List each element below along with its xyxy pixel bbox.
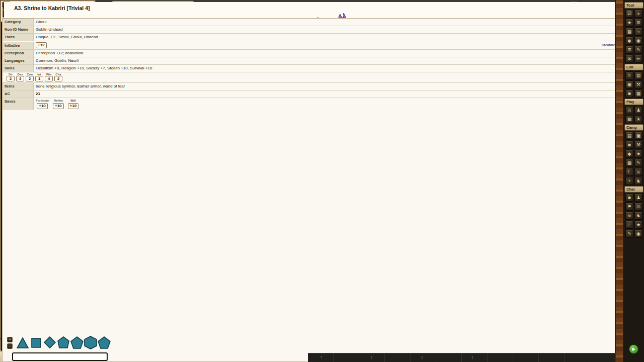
perception-value[interactable]: Perception +12; darkvision [34,50,638,57]
lighting-icon[interactable]: ☼ [634,28,642,36]
hotkey-slot[interactable] [334,353,359,362]
d4-die[interactable] [16,336,29,351]
vehicles-icon[interactable]: ♞ [634,177,642,185]
sidebar-section-library[interactable]: Libr [624,64,643,70]
sidebar-section-tool[interactable]: Tool [624,2,643,9]
d8-die[interactable] [43,336,56,351]
hotkey-slot[interactable] [436,353,462,362]
campaign-npcs-icon[interactable]: ☻ [625,141,633,149]
encounters-icon[interactable]: ⚔ [634,168,642,176]
d12-die[interactable] [70,336,84,351]
d10-die[interactable] [57,336,70,351]
ability-scores: Str2Dex4Con2Int1Wis4Cha2 [3,72,638,82]
notes-icon[interactable]: ✎ [634,46,642,54]
campaign-images-icon[interactable]: ▣ [634,132,642,140]
reputation-icon[interactable]: ⚖ [634,203,642,211]
saves-label: Saves [3,98,34,110]
mail-icon[interactable]: ✉ [625,55,633,63]
npcs-icon[interactable]: ☻ [625,89,633,98]
ability-score[interactable]: Str2 [7,73,15,81]
ability-score[interactable]: Wis4 [45,73,53,81]
quests-icon[interactable]: ★ [634,115,642,123]
hotkey-slot[interactable] [488,353,513,362]
hotkey-slot[interactable] [513,353,539,362]
skills-value[interactable]: Occultism +9, Religion +10, Society +7, … [34,65,638,72]
story-window-title: A3. Shrine to Kabriri [Trivial 4] [14,5,629,11]
hotkey-slot[interactable] [411,353,436,362]
parcels-icon[interactable]: ◆ [625,150,633,158]
bio-icon[interactable]: ✎ [625,230,633,238]
hotkey-slot[interactable] [590,353,616,362]
maps-icon[interactable]: ▩ [625,115,633,123]
d6-die[interactable] [30,336,43,351]
ability-score[interactable]: Dex4 [16,73,24,81]
initiative-value[interactable]: +12 [36,42,47,48]
sidebar-section-play[interactable]: Play [624,99,643,105]
feats-icon[interactable]: ★ [634,221,642,229]
hotkey-slot[interactable] [385,353,411,362]
factions-icon[interactable]: ⚑ [625,203,633,211]
campaign-items-icon[interactable]: ⚒ [634,141,642,149]
options-icon[interactable]: ⚙ [634,19,642,27]
traits-value[interactable]: Unique, CE, Small, Ghoul, Undead [34,34,638,41]
items-value[interactable]: bone religious symbol, leather armor, wa… [34,83,638,90]
campaign-story-icon[interactable]: ▤ [625,132,633,140]
nonid-value[interactable]: Goblin Undead [34,26,638,33]
languages-value[interactable]: Common, Goblin, Necril [34,57,638,64]
library-icon[interactable]: ≡ [625,71,633,79]
hotkey-slot[interactable] [565,353,590,362]
save-value[interactable]: Fortitude+10 [36,99,49,109]
sidebar-section-character[interactable]: Char [624,186,643,193]
campaign-quests-icon[interactable]: ★ [634,150,642,158]
tables-icon[interactable]: ▦ [634,89,642,98]
hotkey-label: 1 [471,355,473,359]
modifier-plus-icon[interactable]: + [7,337,13,342]
campaign-notes-icon[interactable]: ✎ [634,159,642,167]
spells-icon[interactable]: ☄ [625,221,633,229]
images-icon[interactable]: ▣ [625,80,633,88]
campaign-calendar-icon[interactable]: ☾ [625,168,633,176]
category-value[interactable]: Ghoul [34,19,638,26]
story-icon[interactable]: ▤ [634,71,642,79]
ability-score[interactable]: Int1 [35,73,43,81]
characters-icon[interactable]: ☻ [625,194,633,202]
hotkey-slot[interactable] [539,353,565,362]
nonid-label: Non-ID Name [3,26,34,33]
modifier-minus-icon[interactable]: − [7,343,13,349]
save-value[interactable]: Reflex+10 [53,99,64,109]
initiative-label: Initiative [3,42,34,49]
hotkey-bar: 7111 [308,353,616,362]
assets-icon[interactable]: ◆ [625,37,633,45]
tokens-icon[interactable]: ◉ [634,37,642,45]
modifiers-icon[interactable]: ± [634,10,642,18]
campaign-effects-icon[interactable]: + [625,177,633,185]
party-sheet-icon[interactable]: ♟ [634,106,642,114]
ability-score[interactable]: Con2 [26,73,34,81]
items-label: Items [3,83,34,90]
ability-score[interactable]: Cha2 [54,73,62,81]
items-icon[interactable]: ⚒ [634,80,642,88]
pregens-icon[interactable]: ♟ [634,194,642,202]
ac-value[interactable]: 21 [34,90,638,98]
dice-tower-icon[interactable]: ⚂ [625,10,633,18]
hotkey-slot[interactable] [462,353,488,362]
calendar-icon[interactable]: ▦ [625,28,633,36]
graveyard-icon[interactable]: ☠ [625,212,633,220]
hotkey-label: 1 [371,355,373,359]
save-value[interactable]: Will+10 [68,99,79,109]
windows-icon[interactable]: ⊞ [625,46,633,54]
d100-die[interactable] [98,336,111,351]
d20-die[interactable] [84,336,97,351]
effects-icon[interactable]: ★ [625,19,633,27]
advance-turn-button[interactable]: ▶ [629,344,638,354]
languages-label: Languages [3,57,34,64]
mounts-icon[interactable]: ♞ [634,212,642,220]
modifier-buttons: + − [7,337,13,349]
chat-input[interactable] [12,352,108,361]
eraser-icon[interactable]: ✏ [634,55,642,63]
sidebar-section-campaign[interactable]: Camp [624,124,643,131]
hotkey-label: 1 [421,355,423,359]
campaign-tables-icon[interactable]: ▦ [625,159,633,167]
combat-tracker-icon[interactable]: ⚔ [625,106,633,114]
currency-icon[interactable]: ◉ [634,230,642,238]
